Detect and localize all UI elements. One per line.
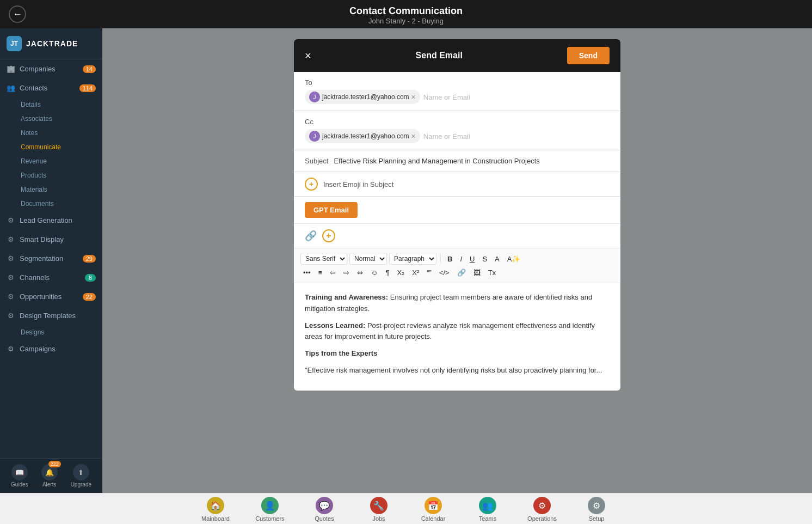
attach-add-button[interactable]: +: [322, 229, 335, 242]
sidebar-item-design-templates[interactable]: ⚙ Design Templates: [0, 306, 102, 325]
segmentation-icon: ⚙: [7, 254, 15, 263]
editor-para-2: Lessons Learned: Post-project reviews an…: [305, 320, 610, 343]
subscript-button[interactable]: X₂: [395, 267, 408, 278]
sidebar-sub-products[interactable]: Products: [0, 168, 102, 182]
segmentation-badge: 29: [83, 255, 96, 263]
sidebar-sub-notes[interactable]: Notes: [0, 126, 102, 140]
editor-para-4: "Effective risk management involves not …: [305, 365, 610, 376]
sidebar-sub-materials[interactable]: Materials: [0, 182, 102, 197]
sidebar-sub-communicate[interactable]: Communicate: [0, 140, 102, 154]
sidebar-item-segmentation[interactable]: ⚙ Segmentation 29: [0, 249, 102, 268]
align-right-button[interactable]: ⇨: [341, 267, 352, 278]
editor-para-3: Tips from the Experts: [305, 348, 610, 360]
cc-recipients: J jacktrade.tester1@yahoo.com × Name or …: [305, 129, 610, 143]
design-templates-icon: ⚙: [7, 312, 15, 320]
sidebar-item-companies[interactable]: 🏢 Companies 14: [0, 59, 102, 78]
page-title: Contact Communication: [0, 5, 812, 17]
ol-button[interactable]: •••: [300, 267, 313, 278]
superscript-button[interactable]: X²: [409, 267, 422, 278]
calendar-label: Calendar: [421, 515, 446, 522]
mainboard-label: Mainboard: [201, 515, 230, 522]
logo-icon: JT: [7, 36, 22, 51]
tab-jobs[interactable]: 🔧 Jobs: [362, 497, 395, 522]
operations-icon: ⚙: [533, 497, 551, 514]
lead-gen-icon: ⚙: [7, 216, 15, 224]
sidebar-item-contacts[interactable]: 👥 Contacts 114: [0, 78, 102, 98]
modal-close-button[interactable]: ×: [305, 50, 311, 61]
sidebar-item-channels[interactable]: ⚙ Channels 8: [0, 268, 102, 287]
link-button[interactable]: 🔗: [454, 267, 469, 278]
sidebar-item-campaigns[interactable]: ⚙ Campaigns: [0, 339, 102, 358]
blockquote-button[interactable]: “”: [424, 267, 434, 278]
to-placeholder[interactable]: Name or Email: [423, 93, 470, 101]
sidebar-sub-associates[interactable]: Associates: [0, 112, 102, 126]
content-area: × Send Email Send To J: [102, 28, 812, 493]
tab-calendar[interactable]: 📅 Calendar: [417, 497, 450, 522]
paragraph-select[interactable]: Paragraph: [389, 253, 436, 265]
sidebar-sub-documents[interactable]: Documents: [0, 197, 102, 211]
ul-button[interactable]: ≡: [316, 267, 325, 278]
guides-label: Guides: [11, 482, 28, 488]
sidebar: JT JACKTRADE 🏢 Companies 14 👥 Contacts 1…: [0, 28, 102, 493]
font-size-select[interactable]: Normal: [349, 253, 387, 265]
page-subtitle: John Stanly - 2 - Buying: [0, 17, 812, 25]
back-button[interactable]: ←: [9, 5, 26, 23]
sidebar-label-design-templates: Design Templates: [20, 312, 76, 320]
clear-format-button[interactable]: Tx: [485, 267, 499, 278]
toolbar-row-1: Sans Serif Normal Paragraph B I U: [300, 253, 614, 265]
sidebar-bottom-actions: 📖 Guides 🔔 222 Alerts ⬆ Upgrade: [0, 458, 102, 493]
guides-button[interactable]: 📖 Guides: [11, 464, 28, 488]
teams-label: Teams: [479, 515, 496, 522]
tab-quotes[interactable]: 💬 Quotes: [308, 497, 341, 522]
font-color-button[interactable]: A: [492, 253, 502, 265]
teams-icon: 👥: [479, 497, 496, 514]
tips-quote: "Effective risk management involves not …: [305, 366, 602, 374]
emoji-row[interactable]: + Insert Emoji in Subject: [294, 172, 620, 197]
to-remove-button[interactable]: ×: [411, 93, 416, 101]
companies-badge: 14: [83, 65, 96, 73]
svg-text:J: J: [313, 94, 316, 100]
emoji-toolbar-button[interactable]: ☺: [368, 267, 380, 278]
image-button[interactable]: 🖼: [471, 267, 483, 278]
alerts-button[interactable]: 🔔 222 Alerts: [41, 464, 58, 488]
sidebar-item-smart-display[interactable]: ⚙ Smart Display: [0, 230, 102, 249]
subject-text[interactable]: Effective Risk Planning and Management i…: [334, 157, 610, 165]
font-family-select[interactable]: Sans Serif: [300, 253, 347, 265]
sidebar-label-companies: Companies: [20, 65, 56, 73]
paperclip-icon[interactable]: 🔗: [305, 230, 317, 242]
highlight-button[interactable]: A✨: [505, 253, 524, 265]
modal-title: Send Email: [416, 51, 463, 60]
sidebar-item-lead-generation[interactable]: ⚙ Lead Generation: [0, 211, 102, 230]
tab-setup[interactable]: ⚙ Setup: [580, 497, 613, 522]
tab-operations[interactable]: ⚙ Operations: [526, 497, 558, 522]
sidebar-sub-revenue[interactable]: Revenue: [0, 154, 102, 168]
italic-button[interactable]: I: [457, 253, 465, 265]
upgrade-button[interactable]: ⬆ Upgrade: [71, 464, 91, 488]
indent-button[interactable]: ¶: [383, 267, 392, 278]
emoji-button[interactable]: +: [305, 178, 318, 191]
code-button[interactable]: </>: [436, 267, 452, 278]
emoji-label: Insert Emoji in Subject: [323, 180, 393, 188]
contacts-badge: 114: [79, 84, 96, 92]
sidebar-label-smart-display: Smart Display: [20, 235, 64, 243]
send-email-button[interactable]: Send: [567, 47, 610, 64]
gpt-email-button[interactable]: GPT Email: [305, 202, 358, 218]
channels-icon: ⚙: [7, 273, 15, 282]
alerts-label: Alerts: [42, 482, 57, 488]
bold-button[interactable]: B: [445, 253, 455, 265]
tab-customers[interactable]: 👤 Customers: [254, 497, 286, 522]
tab-teams[interactable]: 👥 Teams: [471, 497, 504, 522]
sidebar-sub-designs[interactable]: Designs: [0, 325, 102, 339]
align-left-button[interactable]: ⇦: [327, 267, 339, 278]
sidebar-sub-details[interactable]: Details: [0, 98, 102, 112]
cc-remove-button[interactable]: ×: [411, 132, 416, 140]
cc-label: Cc: [305, 118, 610, 126]
cc-placeholder[interactable]: Name or Email: [423, 132, 470, 141]
sidebar-item-opportunities[interactable]: ⚙ Opportunities 22: [0, 287, 102, 306]
editor-content[interactable]: Training and Awareness: Ensuring project…: [294, 283, 620, 391]
tips-title: Tips from the Experts: [305, 349, 377, 357]
underline-button[interactable]: U: [467, 253, 477, 265]
strikethrough-button[interactable]: S: [479, 253, 490, 265]
tab-mainboard[interactable]: 🏠 Mainboard: [199, 497, 232, 522]
align-center-button[interactable]: ⇔: [354, 267, 366, 278]
